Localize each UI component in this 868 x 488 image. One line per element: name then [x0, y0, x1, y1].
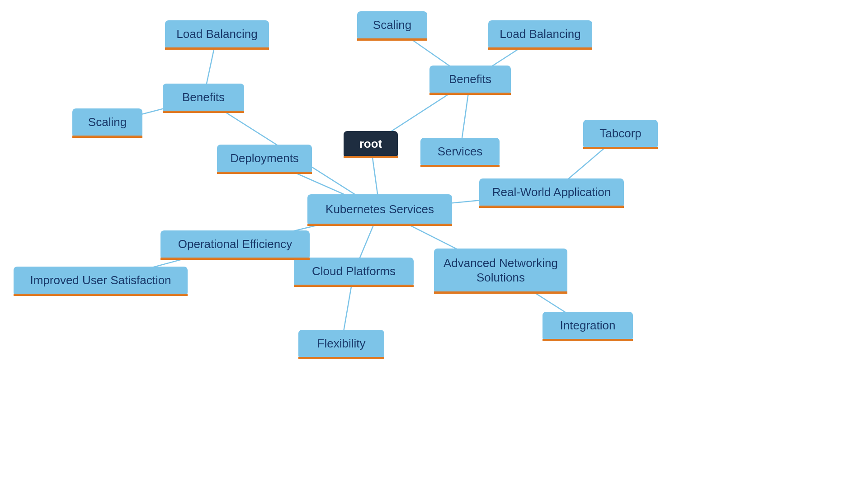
svg-rect-33	[160, 258, 310, 260]
node-adv_networking[interactable]: Advanced NetworkingSolutions	[434, 249, 567, 294]
node-improved_user[interactable]: Improved User Satisfaction	[14, 267, 188, 296]
node-label-cloud_platforms: Cloud Platforms	[312, 264, 396, 278]
svg-rect-35	[14, 294, 188, 296]
node-label-scaling_right: Scaling	[373, 18, 411, 32]
mind-map-canvas: rootKubernetes ServicesBenefitsLoad Bala…	[0, 0, 868, 488]
svg-rect-7	[165, 47, 269, 50]
node-label-benefits_right: Benefits	[449, 72, 491, 86]
node-operational[interactable]: Operational Efficiency	[160, 230, 310, 260]
node-services[interactable]: Services	[420, 138, 500, 167]
svg-rect-15	[357, 38, 427, 41]
node-label-services: Services	[438, 145, 483, 158]
node-label-improved_user: Improved User Satisfaction	[30, 273, 171, 287]
node-tabcorp[interactable]: Tabcorp	[583, 120, 658, 149]
svg-rect-21	[479, 206, 624, 208]
node-deployments[interactable]: Deployments	[217, 145, 312, 174]
node-load_balancing_left[interactable]: Load Balancing	[165, 20, 269, 50]
svg-rect-3	[307, 224, 452, 226]
node-kubernetes[interactable]: Kubernetes Services	[307, 194, 452, 226]
node-benefits_left[interactable]: Benefits	[163, 84, 244, 113]
svg-rect-11	[217, 172, 312, 174]
svg-rect-17	[488, 47, 592, 50]
node-load_balancing_right[interactable]: Load Balancing	[488, 20, 592, 50]
node-label-root: root	[359, 137, 382, 150]
node-scaling_right[interactable]: Scaling	[357, 11, 427, 41]
node-label-adv_networking: Solutions	[476, 271, 525, 284]
node-label-load_balancing_left: Load Balancing	[176, 27, 257, 41]
svg-rect-5	[163, 111, 244, 113]
node-real_world[interactable]: Real-World Application	[479, 178, 624, 208]
node-label-real_world: Real-World Application	[492, 185, 611, 199]
node-label-benefits_left: Benefits	[182, 90, 225, 104]
svg-rect-9	[72, 136, 142, 138]
svg-rect-31	[298, 357, 384, 359]
svg-rect-29	[294, 285, 414, 287]
node-label-adv_networking: Advanced Networking	[443, 256, 558, 270]
node-integration[interactable]: Integration	[542, 312, 633, 341]
node-root[interactable]: root	[344, 131, 398, 158]
node-flexibility[interactable]: Flexibility	[298, 330, 384, 359]
svg-rect-27	[542, 339, 633, 341]
node-label-tabcorp: Tabcorp	[599, 127, 642, 140]
svg-rect-25	[434, 291, 567, 294]
node-scaling_left[interactable]: Scaling	[72, 108, 142, 138]
node-cloud_platforms[interactable]: Cloud Platforms	[294, 258, 414, 287]
node-label-kubernetes: Kubernetes Services	[326, 202, 434, 216]
svg-rect-23	[583, 147, 658, 149]
node-label-flexibility: Flexibility	[317, 337, 366, 350]
svg-rect-1	[344, 156, 398, 158]
svg-rect-19	[420, 165, 500, 167]
svg-rect-13	[429, 93, 511, 95]
node-label-operational: Operational Efficiency	[178, 237, 292, 251]
node-label-integration: Integration	[560, 319, 616, 332]
node-label-load_balancing_right: Load Balancing	[500, 27, 580, 41]
node-benefits_right[interactable]: Benefits	[429, 66, 511, 95]
node-label-deployments: Deployments	[230, 151, 299, 165]
node-label-scaling_left: Scaling	[88, 115, 127, 129]
